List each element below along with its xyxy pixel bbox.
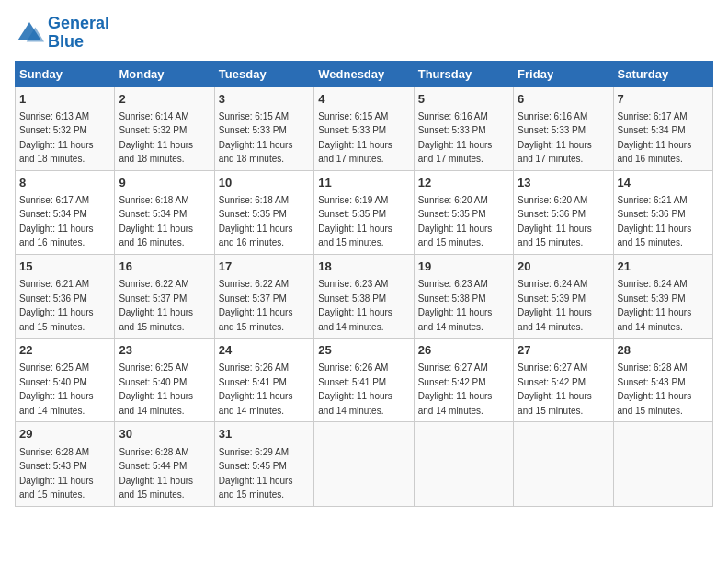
- day-number: 16: [119, 259, 210, 275]
- day-number: 18: [318, 259, 409, 275]
- day-info: Sunrise: 6:29 AMSunset: 5:45 PMDaylight:…: [219, 447, 293, 500]
- day-info: Sunrise: 6:15 AMSunset: 5:33 PMDaylight:…: [219, 111, 293, 165]
- day-info: Sunrise: 6:17 AMSunset: 5:34 PMDaylight:…: [19, 195, 94, 248]
- day-info: Sunrise: 6:17 AMSunset: 5:34 PMDaylight:…: [618, 111, 692, 165]
- calendar-cell: 11Sunrise: 6:19 AMSunset: 5:35 PMDayligh…: [314, 170, 414, 254]
- calendar-cell: 12Sunrise: 6:20 AMSunset: 5:35 PMDayligh…: [414, 170, 513, 254]
- calendar-cell: 14Sunrise: 6:21 AMSunset: 5:36 PMDayligh…: [613, 170, 712, 254]
- day-info: Sunrise: 6:18 AMSunset: 5:35 PMDaylight:…: [219, 195, 293, 248]
- day-number: 20: [518, 259, 609, 275]
- day-number: 17: [219, 259, 310, 275]
- page-header: General Blue: [15, 15, 713, 52]
- calendar-cell: 1Sunrise: 6:13 AMSunset: 5:32 PMDaylight…: [16, 86, 115, 170]
- calendar-cell: 21Sunrise: 6:24 AMSunset: 5:39 PMDayligh…: [613, 254, 712, 338]
- calendar-cell: 13Sunrise: 6:20 AMSunset: 5:36 PMDayligh…: [514, 170, 613, 254]
- day-info: Sunrise: 6:13 AMSunset: 5:32 PMDaylight:…: [19, 111, 94, 165]
- day-number: 14: [618, 175, 709, 191]
- calendar-cell: 19Sunrise: 6:23 AMSunset: 5:38 PMDayligh…: [414, 254, 513, 338]
- day-info: Sunrise: 6:20 AMSunset: 5:35 PMDaylight:…: [418, 195, 493, 248]
- day-info: Sunrise: 6:20 AMSunset: 5:36 PMDaylight:…: [518, 195, 592, 248]
- day-info: Sunrise: 6:22 AMSunset: 5:37 PMDaylight:…: [219, 279, 293, 332]
- calendar-cell: 22Sunrise: 6:25 AMSunset: 5:40 PMDayligh…: [16, 339, 115, 422]
- calendar-cell: 29Sunrise: 6:28 AMSunset: 5:43 PMDayligh…: [16, 422, 115, 506]
- calendar-week-1: 1Sunrise: 6:13 AMSunset: 5:32 PMDaylight…: [16, 86, 713, 170]
- day-number: 6: [518, 91, 609, 108]
- calendar-cell: [613, 422, 712, 506]
- weekday-header-wednesday: Wednesday: [314, 61, 414, 86]
- day-number: 5: [418, 91, 509, 108]
- calendar-cell: 27Sunrise: 6:27 AMSunset: 5:42 PMDayligh…: [514, 339, 613, 422]
- day-number: 1: [19, 91, 110, 108]
- day-info: Sunrise: 6:28 AMSunset: 5:44 PMDaylight:…: [119, 447, 193, 500]
- logo-text: General Blue: [48, 15, 109, 52]
- calendar-cell: 9Sunrise: 6:18 AMSunset: 5:34 PMDaylight…: [115, 170, 214, 254]
- calendar-cell: [514, 422, 613, 506]
- day-number: 9: [119, 175, 210, 191]
- logo-icon: [15, 18, 44, 48]
- calendar-body: 1Sunrise: 6:13 AMSunset: 5:32 PMDaylight…: [16, 86, 713, 506]
- weekday-header-sunday: Sunday: [16, 61, 115, 86]
- calendar-cell: 31Sunrise: 6:29 AMSunset: 5:45 PMDayligh…: [214, 422, 313, 506]
- day-number: 25: [318, 342, 409, 359]
- day-info: Sunrise: 6:21 AMSunset: 5:36 PMDaylight:…: [19, 279, 94, 332]
- day-info: Sunrise: 6:15 AMSunset: 5:33 PMDaylight:…: [318, 111, 392, 165]
- calendar-table: SundayMondayTuesdayWednesdayThursdayFrid…: [15, 61, 713, 507]
- day-number: 31: [219, 426, 310, 442]
- day-info: Sunrise: 6:26 AMSunset: 5:41 PMDaylight:…: [219, 362, 293, 416]
- calendar-cell: [314, 422, 414, 506]
- calendar-cell: 10Sunrise: 6:18 AMSunset: 5:35 PMDayligh…: [214, 170, 313, 254]
- day-info: Sunrise: 6:27 AMSunset: 5:42 PMDaylight:…: [418, 362, 493, 416]
- day-info: Sunrise: 6:16 AMSunset: 5:33 PMDaylight:…: [518, 111, 592, 165]
- calendar-cell: 24Sunrise: 6:26 AMSunset: 5:41 PMDayligh…: [214, 339, 313, 422]
- logo: General Blue: [15, 15, 109, 52]
- calendar-cell: [414, 422, 513, 506]
- day-info: Sunrise: 6:23 AMSunset: 5:38 PMDaylight:…: [318, 279, 392, 332]
- weekday-header-friday: Friday: [514, 61, 613, 86]
- day-info: Sunrise: 6:28 AMSunset: 5:43 PMDaylight:…: [618, 362, 692, 416]
- day-info: Sunrise: 6:25 AMSunset: 5:40 PMDaylight:…: [19, 362, 94, 416]
- calendar-cell: 4Sunrise: 6:15 AMSunset: 5:33 PMDaylight…: [314, 86, 414, 170]
- day-info: Sunrise: 6:22 AMSunset: 5:37 PMDaylight:…: [119, 279, 193, 332]
- calendar-cell: 2Sunrise: 6:14 AMSunset: 5:32 PMDaylight…: [115, 86, 214, 170]
- weekday-header-saturday: Saturday: [613, 61, 712, 86]
- calendar-cell: 30Sunrise: 6:28 AMSunset: 5:44 PMDayligh…: [115, 422, 214, 506]
- day-info: Sunrise: 6:24 AMSunset: 5:39 PMDaylight:…: [618, 279, 692, 332]
- day-number: 11: [318, 175, 409, 191]
- weekday-header-tuesday: Tuesday: [214, 61, 313, 86]
- calendar-cell: 17Sunrise: 6:22 AMSunset: 5:37 PMDayligh…: [214, 254, 313, 338]
- day-number: 15: [19, 259, 110, 275]
- day-number: 10: [219, 175, 310, 191]
- calendar-cell: 23Sunrise: 6:25 AMSunset: 5:40 PMDayligh…: [115, 339, 214, 422]
- day-number: 23: [119, 342, 210, 359]
- calendar-cell: 5Sunrise: 6:16 AMSunset: 5:33 PMDaylight…: [414, 86, 513, 170]
- calendar-cell: 18Sunrise: 6:23 AMSunset: 5:38 PMDayligh…: [314, 254, 414, 338]
- weekday-header-thursday: Thursday: [414, 61, 513, 86]
- calendar-cell: 8Sunrise: 6:17 AMSunset: 5:34 PMDaylight…: [16, 170, 115, 254]
- calendar-week-4: 22Sunrise: 6:25 AMSunset: 5:40 PMDayligh…: [16, 339, 713, 422]
- day-number: 8: [19, 175, 110, 191]
- weekday-header-monday: Monday: [115, 61, 214, 86]
- day-info: Sunrise: 6:18 AMSunset: 5:34 PMDaylight:…: [119, 195, 193, 248]
- calendar-cell: 6Sunrise: 6:16 AMSunset: 5:33 PMDaylight…: [514, 86, 613, 170]
- day-info: Sunrise: 6:27 AMSunset: 5:42 PMDaylight:…: [518, 362, 592, 416]
- calendar-cell: 28Sunrise: 6:28 AMSunset: 5:43 PMDayligh…: [613, 339, 712, 422]
- day-info: Sunrise: 6:21 AMSunset: 5:36 PMDaylight:…: [618, 195, 692, 248]
- day-number: 29: [19, 426, 110, 442]
- day-info: Sunrise: 6:28 AMSunset: 5:43 PMDaylight:…: [19, 447, 94, 500]
- day-info: Sunrise: 6:16 AMSunset: 5:33 PMDaylight:…: [418, 111, 493, 165]
- calendar-cell: 7Sunrise: 6:17 AMSunset: 5:34 PMDaylight…: [613, 86, 712, 170]
- day-info: Sunrise: 6:14 AMSunset: 5:32 PMDaylight:…: [119, 111, 193, 165]
- calendar-cell: 26Sunrise: 6:27 AMSunset: 5:42 PMDayligh…: [414, 339, 513, 422]
- calendar-cell: 3Sunrise: 6:15 AMSunset: 5:33 PMDaylight…: [214, 86, 313, 170]
- day-number: 27: [518, 342, 609, 359]
- day-number: 3: [219, 91, 310, 108]
- day-info: Sunrise: 6:25 AMSunset: 5:40 PMDaylight:…: [119, 362, 193, 416]
- day-number: 7: [618, 91, 709, 108]
- calendar-cell: 16Sunrise: 6:22 AMSunset: 5:37 PMDayligh…: [115, 254, 214, 338]
- day-number: 21: [618, 259, 709, 275]
- day-info: Sunrise: 6:24 AMSunset: 5:39 PMDaylight:…: [518, 279, 592, 332]
- day-number: 26: [418, 342, 509, 359]
- calendar-cell: 25Sunrise: 6:26 AMSunset: 5:41 PMDayligh…: [314, 339, 414, 422]
- day-number: 30: [119, 426, 210, 442]
- day-info: Sunrise: 6:19 AMSunset: 5:35 PMDaylight:…: [318, 195, 392, 248]
